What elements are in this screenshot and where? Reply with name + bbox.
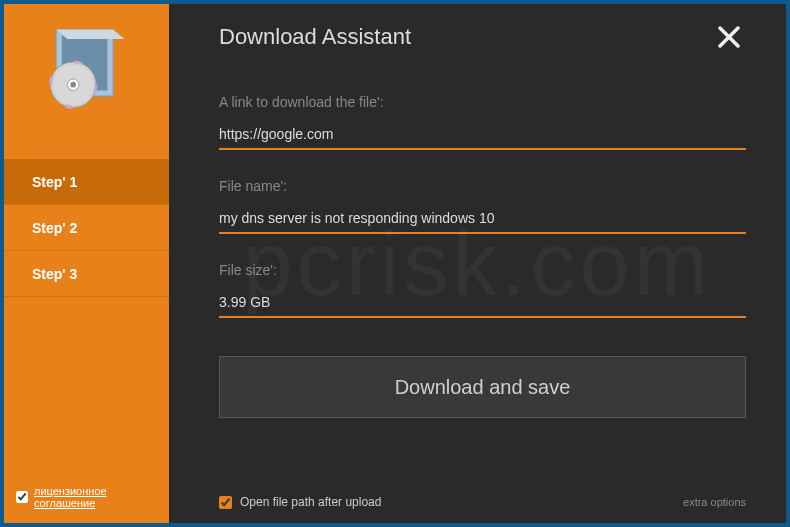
step-label: Step' 3 [32, 266, 77, 282]
link-input[interactable] [219, 122, 746, 150]
link-field-group: A link to download the file': [219, 94, 746, 150]
license-checkbox[interactable] [16, 491, 28, 503]
steps-list: Step' 1 Step' 2 Step' 3 [4, 159, 169, 297]
step-2[interactable]: Step' 2 [4, 205, 169, 251]
open-path-option[interactable]: Open file path after upload [219, 495, 381, 509]
app-window: Step' 1 Step' 2 Step' 3 лицензионное сог… [4, 4, 786, 523]
open-path-label: Open file path after upload [240, 495, 381, 509]
link-label: A link to download the file': [219, 94, 746, 110]
sidebar: Step' 1 Step' 2 Step' 3 лицензионное сог… [4, 4, 169, 523]
filesize-label: File size': [219, 262, 746, 278]
page-title: Download Assistant [219, 24, 411, 50]
step-1[interactable]: Step' 1 [4, 159, 169, 205]
close-button[interactable] [712, 24, 746, 54]
installer-icon-area [4, 4, 169, 159]
main-panel: pcrisk.com Download Assistant A link to … [169, 4, 786, 523]
step-label: Step' 2 [32, 220, 77, 236]
step-label: Step' 1 [32, 174, 77, 190]
filename-label: File name': [219, 178, 746, 194]
license-agreement[interactable]: лицензионное соглашение [16, 485, 169, 509]
filesize-input[interactable] [219, 290, 746, 318]
svg-point-7 [70, 82, 76, 88]
installer-icon [39, 22, 134, 117]
license-link[interactable]: лицензионное соглашение [34, 485, 169, 509]
download-save-button[interactable]: Download and save [219, 356, 746, 418]
open-path-checkbox[interactable] [219, 496, 232, 509]
footer: Open file path after upload extra option… [219, 495, 746, 509]
filename-field-group: File name': [219, 178, 746, 234]
extra-options-link[interactable]: extra options [683, 496, 746, 508]
filename-input[interactable] [219, 206, 746, 234]
svg-marker-2 [56, 30, 124, 39]
header: Download Assistant [219, 24, 746, 54]
step-3[interactable]: Step' 3 [4, 251, 169, 297]
filesize-field-group: File size': [219, 262, 746, 318]
download-button-label: Download and save [395, 376, 571, 399]
close-icon [718, 26, 740, 48]
